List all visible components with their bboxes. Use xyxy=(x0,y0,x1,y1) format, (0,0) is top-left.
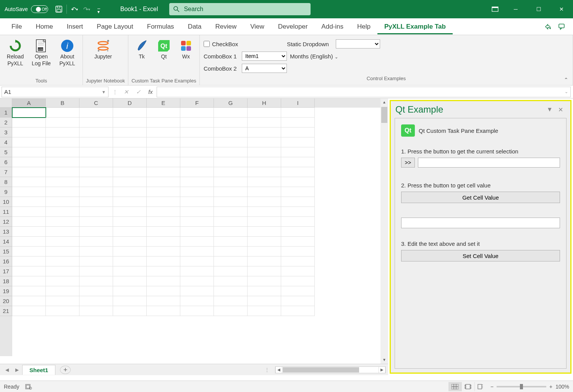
cell[interactable] xyxy=(79,108,113,118)
cell[interactable] xyxy=(12,187,46,197)
column-header[interactable]: I xyxy=(281,98,315,108)
cell[interactable] xyxy=(248,247,281,256)
cell[interactable] xyxy=(113,247,147,256)
cell[interactable] xyxy=(248,177,281,187)
cell[interactable] xyxy=(281,207,315,217)
cell[interactable] xyxy=(79,266,113,276)
fx-icon[interactable]: fx xyxy=(144,89,157,95)
cell[interactable] xyxy=(12,227,46,237)
column-header[interactable]: E xyxy=(147,98,180,108)
cell[interactable] xyxy=(12,147,46,157)
cell[interactable] xyxy=(180,247,214,256)
jupyter-button[interactable]: Jupyter xyxy=(86,37,120,61)
cell[interactable] xyxy=(46,197,79,207)
reload-pyxll-button[interactable]: ReloadPyXLL xyxy=(3,37,28,68)
column-header[interactable]: G xyxy=(214,98,248,108)
view-page-layout-icon[interactable] xyxy=(461,382,474,391)
cell[interactable] xyxy=(46,118,79,127)
cell[interactable] xyxy=(281,286,315,296)
cell[interactable] xyxy=(147,217,180,227)
cell[interactable] xyxy=(79,256,113,266)
row-header[interactable]: 16 xyxy=(0,256,12,266)
cell-value-input[interactable] xyxy=(401,218,560,228)
tab-view[interactable]: View xyxy=(243,19,271,34)
tab-data[interactable]: Data xyxy=(181,19,209,34)
cell[interactable] xyxy=(180,237,214,247)
cell[interactable] xyxy=(46,306,79,316)
cell[interactable] xyxy=(113,167,147,177)
column-header[interactable]: H xyxy=(248,98,281,108)
tab-review[interactable]: Review xyxy=(209,19,244,34)
cell[interactable] xyxy=(214,256,248,266)
cell[interactable] xyxy=(147,137,180,147)
cell[interactable] xyxy=(281,256,315,266)
tab-page-layout[interactable]: Page Layout xyxy=(90,19,140,34)
cell[interactable] xyxy=(12,256,46,266)
cell[interactable] xyxy=(12,296,46,306)
cell[interactable] xyxy=(214,137,248,147)
comments-icon[interactable] xyxy=(555,23,568,30)
row-header[interactable]: 9 xyxy=(0,187,12,197)
cell[interactable] xyxy=(214,306,248,316)
tab-insert[interactable]: Insert xyxy=(60,19,90,34)
tab-help[interactable]: Help xyxy=(350,19,377,34)
resize-dots-icon[interactable]: ⋮ xyxy=(110,89,120,95)
cell[interactable] xyxy=(248,217,281,227)
cell[interactable] xyxy=(248,157,281,167)
view-page-break-icon[interactable] xyxy=(474,382,487,391)
cell[interactable] xyxy=(248,266,281,276)
cell[interactable] xyxy=(214,286,248,296)
cell[interactable] xyxy=(113,256,147,266)
cell[interactable] xyxy=(248,296,281,306)
cell[interactable] xyxy=(46,227,79,237)
cell[interactable] xyxy=(79,127,113,137)
cell[interactable] xyxy=(147,276,180,286)
cell[interactable] xyxy=(12,127,46,137)
row-header[interactable]: 5 xyxy=(0,147,12,157)
row-header[interactable]: 20 xyxy=(0,296,12,306)
cell[interactable] xyxy=(281,108,315,118)
row-header[interactable]: 1 xyxy=(0,108,12,118)
cell[interactable] xyxy=(46,187,79,197)
cell[interactable] xyxy=(46,177,79,187)
cell[interactable] xyxy=(147,108,180,118)
cell[interactable] xyxy=(12,217,46,227)
cell[interactable] xyxy=(281,237,315,247)
minimize-button[interactable]: ─ xyxy=(504,0,527,18)
cell[interactable] xyxy=(248,167,281,177)
cell[interactable] xyxy=(248,306,281,316)
cell[interactable] xyxy=(113,157,147,167)
cell[interactable] xyxy=(214,266,248,276)
get-selection-button[interactable]: >> xyxy=(401,158,415,168)
tk-button[interactable]: Tk xyxy=(131,37,152,61)
cell[interactable] xyxy=(113,187,147,197)
cell[interactable] xyxy=(12,266,46,276)
row-header[interactable]: 7 xyxy=(0,167,12,177)
cell[interactable] xyxy=(12,118,46,127)
taskpane-menu-icon[interactable]: ▼ xyxy=(544,106,555,113)
collapse-ribbon-icon[interactable]: ⌃ xyxy=(564,77,568,83)
cell[interactable] xyxy=(46,266,79,276)
cell[interactable] xyxy=(147,227,180,237)
row-header[interactable]: 11 xyxy=(0,207,12,217)
cell[interactable] xyxy=(180,266,214,276)
qt-button[interactable]: Qt Qt xyxy=(154,37,174,61)
cell[interactable] xyxy=(46,296,79,306)
cell[interactable] xyxy=(46,207,79,217)
view-normal-icon[interactable] xyxy=(448,382,461,391)
cell[interactable] xyxy=(46,167,79,177)
cell[interactable] xyxy=(180,276,214,286)
zoom-out-button[interactable]: − xyxy=(490,384,494,390)
cell[interactable] xyxy=(12,247,46,256)
cell[interactable] xyxy=(248,108,281,118)
cell[interactable] xyxy=(79,306,113,316)
cell[interactable] xyxy=(113,127,147,137)
cell[interactable] xyxy=(180,108,214,118)
cell[interactable] xyxy=(79,187,113,197)
save-icon[interactable] xyxy=(53,3,65,15)
cell[interactable] xyxy=(113,147,147,157)
cell[interactable] xyxy=(147,286,180,296)
row-header[interactable]: 8 xyxy=(0,177,12,187)
open-logfile-button[interactable]: LOG OpenLog File xyxy=(29,37,53,68)
cell[interactable] xyxy=(12,108,46,118)
